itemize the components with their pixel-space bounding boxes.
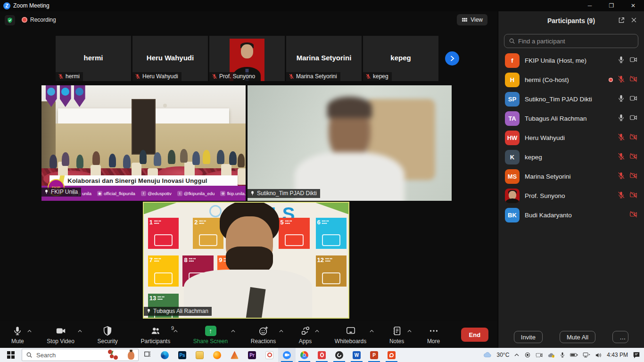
popout-icon[interactable] [618,16,625,25]
participant-row[interactable]: HWHeru Wahyudi [498,128,644,148]
gallery-next-button[interactable] [445,51,459,66]
whiteboards-icon [346,325,356,337]
start-button[interactable] [0,348,22,362]
restore-button[interactable]: ❐ [601,0,622,11]
avatar: MS [505,169,520,184]
participants-button[interactable]: 9Participants [139,324,172,346]
sdg-tile-7: 7■■■ ■■■■■■ [148,255,179,287]
conference-person [109,154,116,167]
sketch-app-taskbar-icon[interactable] [261,348,278,362]
notes-button[interactable]: Notes [388,324,406,346]
file-explorer-taskbar-icon[interactable] [191,348,208,362]
video-tile-fkip-unila[interactable]: Kolaborasi dan Sinergi Menuju Inovasi Un… [41,85,246,201]
share-screen-button[interactable]: ↑Share Screen [191,324,230,346]
battery-tray-icon[interactable] [570,352,578,358]
apps-button[interactable]: Apps [297,324,314,346]
participant-row[interactable]: Kkepeg [498,148,644,167]
participant-row[interactable]: Hhermi (Co-host) [498,70,644,90]
temperature-label[interactable]: 30°C [496,352,509,358]
participant-row[interactable]: Prof. Sunyono [498,186,644,206]
chevron-up-icon[interactable] [369,328,374,335]
camera-tray-icon[interactable] [536,352,543,358]
network-tray-icon[interactable] [583,352,590,358]
participant-row[interactable]: BKBudi Kadaryanto [498,206,644,225]
view-label: View [471,16,483,23]
event-banner: Kolaborasi dan Sinergi Menuju Inovasi Un… [50,175,237,186]
panel-more-button[interactable]: … [612,331,628,343]
meeting-info-shield-icon[interactable] [5,15,15,25]
whiteboards-button[interactable]: Whiteboards [333,324,368,346]
notification-center-icon[interactable] [633,352,640,358]
task-view-icon[interactable] [143,350,151,360]
chrome-taskbar-icon[interactable] [296,348,313,362]
mute-button[interactable]: Mute [9,324,26,346]
video-tile-tubagus-active-speaker[interactable]: LS 1■■■ ■■■■■■2■■■ ■■■■■■5■■■ ■■■■■■6■■■… [143,202,349,319]
edge-taskbar-icon[interactable] [156,348,173,362]
chevron-up-icon[interactable] [279,328,284,335]
photoshop-taskbar-icon[interactable]: Ps [173,348,191,362]
weather-icon[interactable] [483,352,492,358]
mic-on-icon [617,114,625,123]
view-button[interactable]: View [457,14,487,25]
social-item: ⊕fkip.unila.ac.id [220,191,246,196]
premiere-taskbar-icon[interactable]: Pr [243,348,261,362]
participant-row[interactable]: MSMarina Setyorini [498,167,644,186]
search-icon [509,38,515,44]
chevron-up-icon[interactable] [231,328,236,335]
powerpoint-taskbar-icon[interactable]: P [365,348,383,362]
record-tray-icon[interactable] [524,352,531,358]
gallery-tile-kepeg[interactable]: kepegkepeg [363,36,438,81]
nitro-pdf-taskbar-icon[interactable] [383,348,400,362]
chevron-up-icon[interactable] [407,328,412,335]
more-button[interactable]: More [425,324,442,346]
taskbar-search-input[interactable] [36,352,102,359]
participant-row[interactable]: TATubagus Ali Rachman [498,109,644,128]
word-taskbar-icon[interactable]: W [348,348,365,362]
security-button[interactable]: Security [95,324,119,346]
search-input[interactable] [518,38,634,45]
end-meeting-button[interactable]: End [461,328,488,342]
camera-off-icon [629,133,637,143]
taskbar-search-box[interactable] [22,349,139,361]
participants-panel: Participants (9) fFKIP Unila (Host, me)H… [498,11,644,348]
opera-taskbar-icon[interactable] [313,348,330,362]
close-button[interactable]: ✕ [622,0,644,11]
gallery-tile-hermi[interactable]: hermihermi [56,36,131,81]
shield-icon [102,325,113,337]
speaker-tray-icon[interactable] [595,352,602,358]
grid-view-icon [462,17,468,23]
toolbar-label: Participants [140,338,170,345]
video-tile-sutikno[interactable]: Sutikno_Tim PJAD Dikti [248,85,452,201]
gallery-name-chip: hermi [56,72,83,81]
obs-taskbar-icon[interactable] [330,348,348,362]
chevron-up-icon[interactable] [314,328,320,335]
participant-row[interactable]: fFKIP Unila (Host, me) [498,51,644,70]
mute-all-button[interactable]: Mute All [560,331,595,343]
chevron-up-icon[interactable] [173,328,178,335]
reactions-icon [258,325,269,337]
participant-status [617,94,637,104]
conference-person [62,152,69,166]
social-item: t@fkipunila_edu [177,191,215,196]
close-panel-icon[interactable] [630,16,637,25]
gallery-tile-marina[interactable]: Marina SetyoriniMarina Setyorini [286,36,362,81]
recording-dot-icon [22,17,27,23]
stop-video-button[interactable]: Stop Video [45,324,76,346]
chevron-up-icon[interactable] [77,328,83,335]
firefox-taskbar-icon[interactable] [208,348,226,362]
invite-button[interactable]: Invite [514,331,543,343]
system-tray: 30°C ! 4:43 [483,352,644,358]
zoom-taskbar-icon[interactable] [278,348,296,362]
participant-row[interactable]: SPSutikno_Tim PJAD Dikti [498,90,644,109]
clock-label[interactable]: 4:43 PM [607,352,628,358]
matlab-taskbar-icon[interactable] [226,348,243,362]
onedrive-warning-icon[interactable]: ! [547,352,555,358]
hidden-icons-chevron[interactable] [514,353,520,357]
reactions-button[interactable]: Reactions [249,324,278,346]
minimize-button[interactable]: ─ [579,0,601,11]
gallery-tile-heru[interactable]: Heru WahyudiHeru Wahyudi [132,36,208,81]
social-text: @fkipunila_edu [184,191,215,196]
chevron-up-icon[interactable] [27,328,32,335]
microphone-tray-icon[interactable] [560,352,565,358]
gallery-tile-sunyono[interactable]: Prof. Sunyono [209,36,285,81]
